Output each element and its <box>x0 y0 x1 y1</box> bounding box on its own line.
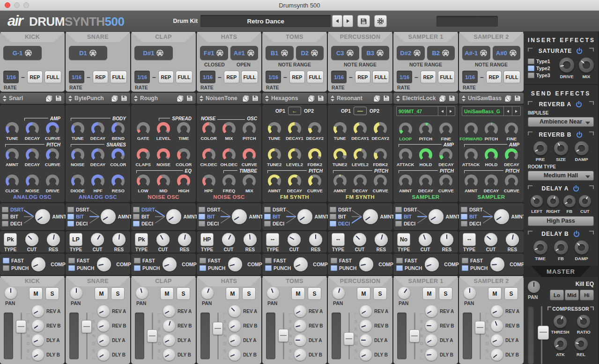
solo-button[interactable]: S <box>177 287 190 300</box>
reverb-b-power-icon[interactable] <box>576 131 583 138</box>
checkbox[interactable] <box>264 207 271 212</box>
fm-routing-button[interactable]: — <box>354 107 367 115</box>
send-rev-a-knob[interactable] <box>294 305 306 317</box>
mute-button[interactable]: M <box>488 287 502 300</box>
amnt-knob[interactable] <box>232 209 247 224</box>
sample-next-button[interactable] <box>512 107 520 116</box>
checkbox[interactable] <box>396 265 403 271</box>
decay-knob[interactable] <box>439 148 452 161</box>
preset-spinner[interactable] <box>67 95 73 102</box>
full-button[interactable]: FULL <box>438 71 455 83</box>
dist-mode-deci[interactable]: DECI <box>461 221 483 226</box>
checkbox[interactable] <box>395 214 402 219</box>
checkbox[interactable] <box>461 207 467 212</box>
decay-knob[interactable] <box>288 175 301 188</box>
send-rev-b-knob[interactable] <box>229 320 241 332</box>
fm-routing-button[interactable]: ← <box>288 107 301 115</box>
send-dly-a-knob[interactable] <box>491 334 503 346</box>
mute-button[interactable]: M <box>357 287 370 300</box>
comp-punch-toggle[interactable]: PUNCH <box>200 265 225 271</box>
checkbox[interactable] <box>528 73 534 78</box>
randomize-button[interactable] <box>438 95 446 102</box>
checkbox[interactable] <box>133 214 140 219</box>
preset-name[interactable]: UniSawBass <box>468 95 502 102</box>
comp-fast-toggle[interactable]: FAST <box>68 258 94 263</box>
damp-knob[interactable] <box>575 141 589 155</box>
fader-handle[interactable] <box>81 320 92 333</box>
decay-knob[interactable] <box>26 148 39 161</box>
res-knob[interactable] <box>309 233 322 246</box>
filter-type-button[interactable]: -- <box>266 233 279 246</box>
sample-prev-button[interactable] <box>503 107 512 116</box>
checkbox[interactable] <box>199 221 205 226</box>
checkbox[interactable] <box>264 221 271 226</box>
sample-prev-button[interactable] <box>438 107 446 116</box>
save-preset-button[interactable] <box>120 95 128 102</box>
noise-knob[interactable] <box>157 148 170 161</box>
send-dly-b-knob[interactable] <box>294 349 306 361</box>
note-button[interactable]: A#-1 <box>462 46 490 60</box>
comp-fast-toggle[interactable]: FAST <box>462 258 488 263</box>
checkbox[interactable] <box>264 214 271 219</box>
rate-value[interactable]: 1/16 <box>200 71 215 83</box>
comp-fast-toggle[interactable]: FAST <box>265 258 291 263</box>
cut-knob[interactable] <box>484 233 497 246</box>
mix-knob[interactable] <box>579 58 594 73</box>
filter-type-button[interactable]: -- <box>463 233 476 246</box>
comp-knob[interactable] <box>163 257 177 271</box>
checkbox[interactable] <box>528 66 534 71</box>
curve-knob[interactable] <box>308 175 321 188</box>
send-dly-a-knob[interactable] <box>425 334 437 346</box>
save-kit-button[interactable] <box>357 15 370 27</box>
send-rev-b-knob[interactable] <box>97 320 110 332</box>
note-button[interactable]: B1 <box>266 46 294 60</box>
fader-handle[interactable] <box>344 332 354 345</box>
preset-name[interactable]: Snarl <box>9 95 43 102</box>
solo-button[interactable]: S <box>111 287 125 300</box>
delay-filter-select[interactable]: High Pass <box>528 216 594 226</box>
curve-knob[interactable] <box>243 148 256 161</box>
preset-spinner[interactable] <box>330 95 335 102</box>
decay-knob[interactable] <box>485 175 498 188</box>
checkbox[interactable] <box>461 214 467 219</box>
bend-knob[interactable] <box>111 122 125 135</box>
send-rev-b-knob[interactable] <box>294 320 306 332</box>
dist-mode-deci[interactable]: DECI <box>395 221 417 226</box>
noise-knob[interactable] <box>71 148 84 161</box>
repeat-button[interactable]: REP <box>355 71 370 83</box>
reverb-a-power-icon[interactable] <box>575 101 583 108</box>
send-rev-b-knob[interactable] <box>425 320 437 332</box>
solo-button[interactable]: S <box>504 287 518 300</box>
randomize-button[interactable] <box>373 95 381 102</box>
checkbox[interactable] <box>3 265 9 271</box>
checkbox[interactable] <box>133 207 140 212</box>
comp-knob[interactable] <box>294 257 308 271</box>
checkbox[interactable] <box>200 265 206 271</box>
checkbox[interactable] <box>331 258 337 263</box>
note-button[interactable]: G-1 <box>3 46 42 60</box>
send-rev-a-knob[interactable] <box>360 305 372 317</box>
preset-spinner[interactable] <box>133 95 138 102</box>
fdbk2-knob[interactable] <box>308 148 321 161</box>
decay2-knob[interactable] <box>374 122 387 135</box>
dist-mode-bit[interactable]: BIT <box>264 214 286 219</box>
reso-knob[interactable] <box>111 175 125 188</box>
preset-name[interactable]: Hexagons <box>271 95 305 102</box>
send-dly-a-knob[interactable] <box>32 334 44 346</box>
saturate-type1-toggle[interactable]: Type1 <box>528 58 559 64</box>
randomize-button[interactable] <box>176 95 184 102</box>
volume-fader[interactable] <box>344 313 354 359</box>
res-knob[interactable] <box>47 233 60 246</box>
solo-button[interactable]: S <box>308 287 321 300</box>
dist-mode-deci[interactable]: DECI <box>264 221 286 226</box>
color-knob[interactable] <box>177 148 190 161</box>
preset-name[interactable]: BytePunch <box>74 95 109 102</box>
dist-mode-bit[interactable]: BIT <box>2 214 24 219</box>
rate-value[interactable]: 1/16 <box>397 71 412 83</box>
hold-knob[interactable] <box>419 148 432 161</box>
cut-knob[interactable] <box>353 233 366 246</box>
amnt-knob[interactable] <box>166 209 181 224</box>
randomize-button[interactable] <box>504 95 512 102</box>
send-rev-b-knob[interactable] <box>163 320 175 332</box>
note-button[interactable]: A#0 <box>493 46 521 60</box>
